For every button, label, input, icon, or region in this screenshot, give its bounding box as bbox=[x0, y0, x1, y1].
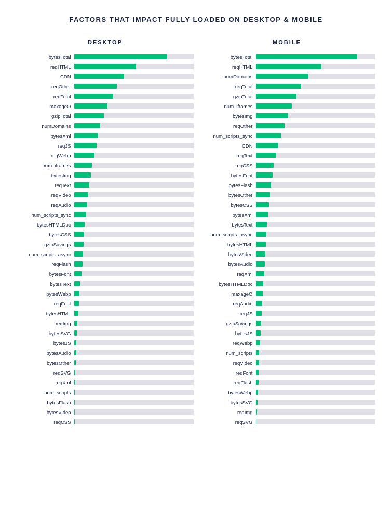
bar-fill bbox=[74, 74, 125, 79]
bar-track bbox=[74, 163, 194, 168]
bar-label: reqJS bbox=[17, 143, 74, 149]
bar-label: bytesVideo bbox=[17, 409, 74, 415]
bar-fill bbox=[74, 370, 76, 375]
bar-fill bbox=[256, 340, 260, 345]
bar-label: reqImg bbox=[17, 321, 74, 326]
bar-label: reqFont bbox=[17, 301, 74, 307]
bar-track bbox=[74, 261, 194, 267]
bar-fill bbox=[256, 419, 256, 424]
bar-track bbox=[256, 202, 375, 207]
bar-track bbox=[256, 370, 375, 375]
bar-label: reqText bbox=[17, 182, 74, 188]
bar-row: num_scripts_async bbox=[199, 230, 375, 238]
bar-label: bytesImg bbox=[199, 113, 256, 119]
bar-label: bytesText bbox=[17, 281, 74, 287]
bar-row: bytesHTML bbox=[17, 309, 194, 317]
bar-label: num_iframes bbox=[199, 103, 256, 109]
bar-row: bytesSVG bbox=[199, 398, 375, 406]
bar-track bbox=[74, 192, 194, 197]
bar-label: bytesJS bbox=[17, 340, 74, 346]
bar-track bbox=[74, 54, 194, 59]
bar-track bbox=[74, 232, 194, 237]
bar-fill bbox=[74, 291, 79, 296]
bar-row: reqImg bbox=[17, 319, 194, 327]
bar-track bbox=[256, 330, 375, 336]
bar-fill bbox=[256, 133, 281, 138]
bar-fill bbox=[256, 291, 263, 296]
bar-fill bbox=[256, 242, 266, 247]
charts-container: DESKTOP bytesTotalreqHTMLCDNreqOtherreqT… bbox=[10, 39, 382, 428]
bar-track bbox=[74, 400, 194, 405]
bar-label: num_scripts bbox=[199, 350, 256, 356]
bar-row: reqCSS bbox=[17, 418, 194, 426]
bar-fill bbox=[74, 409, 75, 415]
bar-label: bytesSVG bbox=[17, 330, 74, 336]
mobile-label: MOBILE bbox=[199, 39, 375, 45]
bar-row: bytesSVG bbox=[17, 329, 194, 337]
bar-fill bbox=[256, 251, 265, 257]
bar-row: bytesJS bbox=[17, 339, 194, 347]
bar-label: reqWebp bbox=[17, 153, 74, 158]
bar-row: num_iframes bbox=[17, 161, 194, 169]
bar-label: bytesAudio bbox=[17, 350, 74, 356]
bar-row: reqSVG bbox=[199, 418, 375, 426]
bar-track bbox=[74, 350, 194, 355]
bar-label: reqAudio bbox=[199, 301, 256, 307]
bar-fill bbox=[74, 360, 76, 365]
bar-track bbox=[256, 54, 375, 59]
bar-track bbox=[74, 64, 194, 69]
bar-track bbox=[256, 212, 375, 217]
bar-label: reqSVG bbox=[17, 370, 74, 376]
bar-label: reqSVG bbox=[199, 419, 256, 425]
bar-label: bytesFlash bbox=[17, 400, 74, 405]
bar-fill bbox=[74, 64, 137, 69]
bar-row: reqAudio bbox=[199, 299, 375, 308]
bar-row: reqJS bbox=[199, 309, 375, 317]
bar-track bbox=[256, 400, 375, 405]
bar-track bbox=[256, 182, 375, 188]
bar-row: numDomains bbox=[199, 72, 375, 81]
bar-label: bytesOther bbox=[199, 192, 256, 198]
bar-row: num_scripts_sync bbox=[17, 210, 194, 219]
bar-label: maxageO bbox=[17, 103, 74, 109]
bar-row: reqXml bbox=[199, 270, 375, 278]
bar-fill bbox=[74, 330, 77, 336]
bar-row: bytesWebp bbox=[199, 388, 375, 396]
bar-row: bytesTotal bbox=[17, 52, 194, 61]
bar-track bbox=[74, 370, 194, 375]
bar-label: reqOther bbox=[17, 84, 74, 89]
bar-label: reqHTML bbox=[17, 64, 74, 70]
bar-label: reqFont bbox=[199, 370, 256, 376]
bar-label: bytesWebp bbox=[17, 291, 74, 297]
bar-track bbox=[256, 192, 375, 197]
bar-fill bbox=[74, 192, 89, 197]
bar-label: bytesSVG bbox=[199, 400, 256, 405]
bar-label: reqTotal bbox=[199, 84, 256, 89]
bar-fill bbox=[256, 409, 257, 415]
bar-fill bbox=[74, 54, 167, 59]
bar-row: bytesFlash bbox=[199, 181, 375, 189]
bar-fill bbox=[256, 172, 273, 178]
bar-fill bbox=[256, 370, 259, 375]
bar-label: reqWebp bbox=[199, 340, 256, 346]
bar-row: bytesJS bbox=[199, 329, 375, 337]
bar-label: CDN bbox=[199, 143, 256, 149]
bar-track bbox=[74, 409, 194, 415]
bar-label: num_scripts bbox=[17, 390, 74, 395]
bar-row: reqSVG bbox=[17, 368, 194, 377]
bar-track bbox=[74, 321, 194, 326]
bar-track bbox=[74, 94, 194, 99]
bar-row: reqFlash bbox=[199, 378, 375, 387]
bar-label: reqOther bbox=[199, 123, 256, 129]
bar-label: bytesCSS bbox=[17, 232, 74, 237]
bar-track bbox=[256, 251, 375, 257]
bar-row: bytesFont bbox=[199, 171, 375, 179]
bar-track bbox=[256, 123, 375, 128]
bar-track bbox=[74, 340, 194, 345]
bar-label: gzipSavings bbox=[199, 321, 256, 326]
bar-row: gzipSavings bbox=[17, 240, 194, 248]
bar-label: bytesCSS bbox=[199, 202, 256, 208]
mobile-chart: MOBILE bytesTotalreqHTMLnumDomainsreqTot… bbox=[199, 39, 375, 428]
bar-label: reqCSS bbox=[199, 163, 256, 168]
bar-row: bytesXml bbox=[199, 210, 375, 219]
